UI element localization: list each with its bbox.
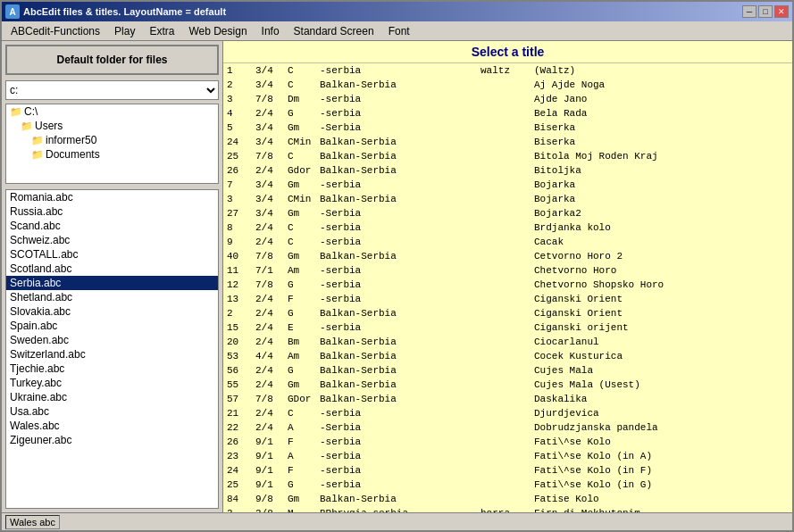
right-panel-header: Select a title xyxy=(223,41,792,63)
file-item[interactable]: Usa.abc xyxy=(6,404,218,419)
title-row[interactable]: 562/4GBalkan-SerbiaCujes Mala xyxy=(223,363,792,378)
title-row[interactable]: 243/4CMinBalkan-SerbiaBiserka xyxy=(223,135,792,149)
title-row[interactable]: 92/4C-serbiaCacak xyxy=(223,235,792,249)
right-panel: Select a title 13/4C-serbiawaltz(Waltz)2… xyxy=(223,41,792,512)
main-window: A AbcEdit files & titles. LayoutName = d… xyxy=(0,0,794,532)
title-row[interactable]: 849/8GmBalkan-SerbiaFatise Kolo xyxy=(223,492,792,506)
file-item[interactable]: Sweden.abc xyxy=(6,333,218,347)
title-row[interactable]: 152/4E-serbiaCiganski orijent xyxy=(223,320,792,335)
folder-tree[interactable]: 📁 C:\ 📁 Users 📁 informer50 📁 Documents xyxy=(5,104,219,184)
title-row[interactable]: 53/4Gm-SerbiaBiserka xyxy=(223,121,792,135)
menu-item-font[interactable]: Font xyxy=(381,21,417,40)
drive-select[interactable]: c: xyxy=(5,80,219,100)
folder-icon: 📁 xyxy=(31,149,44,161)
title-row[interactable]: 257/8CBalkan-SerbiaBitola Moj Roden Kraj xyxy=(223,149,792,163)
folder-label: Documents xyxy=(46,148,100,161)
folder-item-users[interactable]: 📁 Users xyxy=(6,119,218,133)
file-item[interactable]: Turkey.abc xyxy=(6,376,218,390)
file-item[interactable]: Scotland.abc xyxy=(6,262,218,276)
menu-item-extra[interactable]: Extra xyxy=(142,21,181,40)
title-row[interactable]: 23/4CBalkan-SerbiaAj Ajde Noga xyxy=(223,78,792,92)
file-item[interactable]: Switzerland.abc xyxy=(6,347,218,362)
drive-selector-area: c: xyxy=(5,80,219,100)
file-item[interactable]: Ukraine.abc xyxy=(6,390,218,404)
left-panel: Default folder for files c: 📁 C:\ 📁 User… xyxy=(2,41,223,512)
file-item[interactable]: Shetland.abc xyxy=(6,290,218,304)
file-item[interactable]: SCOTALL.abc xyxy=(6,247,218,262)
file-list[interactable]: Romania.abcRussia.abcScand.abcSchweiz.ab… xyxy=(5,189,219,509)
maximize-button[interactable]: □ xyxy=(758,5,773,18)
file-item[interactable]: Romania.abc xyxy=(6,190,218,204)
title-row[interactable]: 33/8MBPhrygia-serbiahorraFirn di Mekhuto… xyxy=(223,506,792,512)
title-row[interactable]: 82/4C-serbiaBrdjanka kolo xyxy=(223,220,792,235)
content-area: Default folder for files c: 📁 C:\ 📁 User… xyxy=(2,41,792,512)
folder-icon: 📁 xyxy=(10,106,22,118)
title-row[interactable]: 239/1A-serbiaFati\^se Kolo (in A) xyxy=(223,449,792,463)
title-row[interactable]: 202/4BmBalkan-SerbiaCiocarlanul xyxy=(223,335,792,349)
app-icon: A xyxy=(5,4,20,19)
file-item[interactable]: Russia.abc xyxy=(6,204,218,219)
title-row[interactable]: 212/4C-serbiaDjurdjevica xyxy=(223,406,792,420)
title-bar-left: A AbcEdit files & titles. LayoutName = d… xyxy=(5,4,226,19)
folder-label: informer50 xyxy=(46,134,96,146)
title-bar: A AbcEdit files & titles. LayoutName = d… xyxy=(2,2,792,21)
title-row[interactable]: 273/4Gm-SerbiaBojarka2 xyxy=(223,206,792,220)
folder-label: C:\ xyxy=(24,105,38,118)
file-item[interactable]: Schweiz.abc xyxy=(6,233,218,247)
title-row[interactable]: 127/8G-serbiaChetvorno Shopsko Horo xyxy=(223,278,792,292)
minimize-button[interactable]: ─ xyxy=(742,5,756,18)
title-row[interactable]: 132/4F-serbiaCiganski Orient xyxy=(223,292,792,306)
file-item[interactable]: Zigeuner.abc xyxy=(6,433,218,447)
title-row[interactable]: 13/4C-serbiawaltz(Waltz) xyxy=(223,63,792,78)
title-row[interactable]: 577/8GDorBalkan-SerbiaDaskalika xyxy=(223,392,792,406)
title-row[interactable]: 259/1G-serbiaFati\^se Kolo (in G) xyxy=(223,478,792,492)
file-item[interactable]: Serbia.abc xyxy=(6,276,218,290)
title-row[interactable]: 33/4CMinBalkan-SerbiaBojarka xyxy=(223,192,792,206)
title-row[interactable]: 269/1F-serbiaFati\^se Kolo xyxy=(223,435,792,449)
title-row[interactable]: 534/4AmBalkan-SerbiaCocek Kusturica xyxy=(223,349,792,363)
close-button[interactable]: ✕ xyxy=(774,5,789,18)
title-row[interactable]: 407/8GmBalkan-SerbiaCetvorno Horo 2 xyxy=(223,249,792,263)
file-item[interactable]: Slovakia.abc xyxy=(6,304,218,319)
status-text: Wales abc xyxy=(5,515,60,529)
title-row[interactable]: 262/4GdorBalkan-SerbiaBitoljka xyxy=(223,163,792,178)
file-item[interactable]: Scand.abc xyxy=(6,219,218,233)
title-list[interactable]: 13/4C-serbiawaltz(Waltz)23/4CBalkan-Serb… xyxy=(223,63,792,512)
title-row[interactable]: 73/4Gm-serbiaBojarka xyxy=(223,178,792,192)
window-title: AbcEdit files & titles. LayoutName = def… xyxy=(23,6,226,17)
menu-item-abcedit-functions[interactable]: ABCedit-Functions xyxy=(4,21,107,40)
folder-icon: 📁 xyxy=(21,121,33,132)
menu-item-web-design[interactable]: Web Design xyxy=(181,21,254,40)
title-row[interactable]: 222/4A-SerbiaDobrudzjanska pandela xyxy=(223,420,792,435)
folder-label: Users xyxy=(35,120,63,132)
folder-item-documents[interactable]: 📁 Documents xyxy=(6,147,218,162)
file-item[interactable]: Wales.abc xyxy=(6,419,218,433)
title-row[interactable]: 117/1Am-serbiaChetvorno Horo xyxy=(223,263,792,278)
status-bar: Wales abc xyxy=(2,512,792,530)
folder-item-informer50[interactable]: 📁 informer50 xyxy=(6,133,218,147)
menu-bar: ABCedit-FunctionsPlayExtraWeb DesignInfo… xyxy=(2,21,792,41)
menu-item-play[interactable]: Play xyxy=(107,21,142,40)
file-item[interactable]: Tjechie.abc xyxy=(6,362,218,376)
title-row[interactable]: 249/1F-serbiaFati\^se Kolo (in F) xyxy=(223,463,792,478)
folder-item-root[interactable]: 📁 C:\ xyxy=(6,104,218,119)
window-controls: ─ □ ✕ xyxy=(742,5,789,18)
file-item[interactable]: Spain.abc xyxy=(6,319,218,333)
folder-icon: 📁 xyxy=(31,135,44,146)
menu-item-standard-screen[interactable]: Standard Screen xyxy=(287,21,381,40)
panel-title: Default folder for files xyxy=(5,45,219,75)
title-row[interactable]: 552/4GmBalkan-SerbiaCujes Mala (Usest) xyxy=(223,378,792,392)
title-row[interactable]: 37/8Dm-serbiaAjde Jano xyxy=(223,92,792,106)
title-row[interactable]: 22/4GBalkan-SerbiaCiganski Orient xyxy=(223,306,792,320)
menu-item-info[interactable]: Info xyxy=(255,21,287,40)
title-row[interactable]: 42/4G-serbiaBela Rada xyxy=(223,106,792,121)
